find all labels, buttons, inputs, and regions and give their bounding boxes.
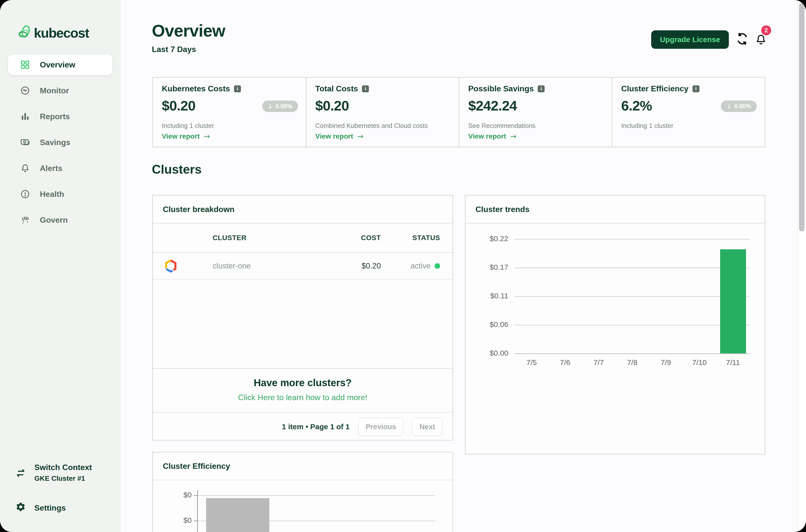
sidebar-item-label: Monitor bbox=[40, 86, 69, 95]
table-row[interactable]: cluster-one $0.20 active bbox=[153, 253, 452, 280]
page-title: Overview bbox=[152, 21, 225, 40]
column-header-cluster[interactable]: CLUSTER bbox=[212, 234, 321, 242]
switch-context-value: GKE Cluster #1 bbox=[34, 475, 92, 482]
banknote-icon bbox=[20, 137, 30, 148]
info-icon[interactable]: i bbox=[538, 86, 545, 92]
sidebar-item-govern[interactable]: Govern bbox=[8, 210, 113, 230]
gridline bbox=[515, 325, 750, 325]
next-button[interactable]: Next bbox=[412, 418, 443, 436]
sidebar-item-overview[interactable]: Overview bbox=[8, 54, 113, 75]
x-tick-label: 7/5 bbox=[516, 358, 547, 367]
info-icon[interactable]: i bbox=[362, 86, 369, 92]
stat-cards-row: Kubernetes Costs i $0.20 ↓ 0.00% Includi… bbox=[152, 77, 765, 147]
y-tick-label: $0.11 bbox=[466, 292, 508, 300]
x-tick-label: 7/9 bbox=[650, 358, 682, 367]
cluster-trends-title: Cluster trends bbox=[466, 195, 765, 224]
stat-card-possible-savings: Possible Savings i $242.24 See Recommend… bbox=[459, 78, 612, 147]
y-tick-label: $0.00 bbox=[466, 349, 508, 357]
switch-context[interactable]: Switch Context GKE Cluster #1 bbox=[15, 463, 92, 482]
kubecost-wordmark: kubecost bbox=[34, 25, 89, 41]
view-report-link[interactable]: View report → bbox=[315, 132, 363, 140]
app-window: kubecost Overview Mo bbox=[0, 0, 806, 532]
down-arrow-icon: ↓ bbox=[726, 102, 732, 110]
right-arrow-icon: → bbox=[510, 132, 516, 140]
switch-context-label: Switch Context bbox=[34, 463, 92, 472]
sidebar-item-reports[interactable]: Reports bbox=[8, 106, 113, 127]
previous-button[interactable]: Previous bbox=[358, 418, 404, 436]
gridline bbox=[515, 296, 750, 297]
sidebar-item-monitor[interactable]: Monitor bbox=[8, 80, 113, 101]
info-icon[interactable]: i bbox=[234, 86, 241, 92]
settings-label: Settings bbox=[34, 504, 66, 513]
cta-title: Have more clusters? bbox=[153, 377, 452, 388]
cluster-efficiency-card: Cluster Efficiency $0 $0 bbox=[152, 452, 453, 532]
gridline bbox=[515, 353, 750, 354]
sidebar-item-label: Govern bbox=[40, 215, 68, 225]
sidebar-item-label: Reports bbox=[40, 112, 70, 121]
y-tick-label: $0.06 bbox=[466, 320, 508, 329]
column-header-cost[interactable]: COST bbox=[321, 234, 381, 242]
y-axis-line bbox=[197, 490, 198, 532]
sidebar-item-alerts[interactable]: Alerts bbox=[8, 158, 113, 179]
bell-icon bbox=[20, 163, 30, 173]
trend-bar bbox=[720, 249, 746, 353]
bar-chart-icon bbox=[20, 111, 30, 122]
y-tick-label: $0 bbox=[153, 491, 192, 499]
stat-card-title: Total Costs i bbox=[315, 84, 369, 93]
pagination-summary: 1 item • Page 1 of 1 bbox=[282, 422, 350, 431]
sidebar-item-label: Alerts bbox=[40, 164, 62, 173]
notification-count-badge[interactable]: 2 bbox=[761, 25, 771, 35]
stat-card-subtitle: Combined Kubernetes and Cloud costs bbox=[315, 122, 428, 130]
scrollbar-track bbox=[798, 0, 806, 532]
efficiency-bar bbox=[206, 498, 269, 532]
sidebar-item-label: Savings bbox=[40, 138, 71, 147]
scrollbar-thumb[interactable] bbox=[799, 3, 805, 231]
cluster-cost: $0.20 bbox=[321, 262, 381, 270]
right-arrow-icon: → bbox=[204, 132, 210, 140]
add-clusters-link[interactable]: Click Here to learn how to add more! bbox=[153, 393, 452, 402]
gcp-logo-icon bbox=[153, 259, 212, 273]
stat-card-value: $0.20 bbox=[315, 97, 349, 114]
upgrade-license-button[interactable]: Upgrade License bbox=[651, 30, 729, 49]
cluster-efficiency-title: Cluster Efficiency bbox=[153, 452, 452, 480]
status-active-dot bbox=[435, 263, 440, 269]
view-report-link[interactable]: View report → bbox=[468, 132, 516, 140]
gridline bbox=[198, 495, 435, 496]
settings[interactable]: Settings bbox=[15, 502, 66, 514]
delta-badge: ↓ 0.00% bbox=[721, 100, 757, 112]
gridline bbox=[515, 267, 750, 268]
date-range-label: Last 7 Days bbox=[152, 45, 196, 54]
govern-icon bbox=[20, 215, 30, 225]
down-arrow-icon: ↓ bbox=[267, 102, 273, 110]
x-tick-label: 7/8 bbox=[616, 358, 648, 367]
x-tick-label: 7/7 bbox=[583, 358, 615, 367]
swap-arrows-icon bbox=[15, 467, 26, 482]
x-tick-label: 7/6 bbox=[549, 358, 581, 367]
kubecost-logo-icon bbox=[18, 24, 31, 41]
cluster-breakdown-card: Cluster breakdown CLUSTER COST STATUS cl… bbox=[152, 195, 453, 440]
cluster-breakdown-title: Cluster breakdown bbox=[153, 195, 452, 224]
right-arrow-icon: → bbox=[357, 132, 363, 140]
sidebar-item-savings[interactable]: Savings bbox=[8, 132, 113, 153]
y-tick-label: $0.22 bbox=[466, 234, 508, 243]
y-tick bbox=[194, 520, 198, 521]
efficiency-chart-area: $0 $0 bbox=[153, 480, 452, 532]
gridline bbox=[515, 239, 750, 240]
grid-icon bbox=[20, 59, 30, 70]
sidebar-item-health[interactable]: Health bbox=[8, 184, 113, 205]
alert-circle-icon bbox=[20, 189, 30, 199]
table-header-row: CLUSTER COST STATUS bbox=[153, 224, 452, 253]
sidebar-item-label: Overview bbox=[40, 60, 75, 70]
x-tick-label: 7/10 bbox=[683, 358, 715, 367]
gear-icon bbox=[15, 502, 26, 514]
kubecost-logo[interactable]: kubecost bbox=[18, 24, 89, 41]
column-header-status[interactable]: STATUS bbox=[381, 234, 440, 242]
view-report-link[interactable]: View report → bbox=[162, 132, 210, 140]
stat-card-value: 6.2% bbox=[621, 97, 652, 114]
stat-card-cluster-efficiency: Cluster Efficiency i 6.2% ↓ 0.00% Includ… bbox=[612, 78, 765, 147]
refresh-icon[interactable] bbox=[735, 32, 749, 46]
cluster-name: cluster-one bbox=[212, 262, 321, 270]
more-clusters-cta: Have more clusters? Click Here to learn … bbox=[153, 369, 452, 413]
x-tick-label: 7/11 bbox=[717, 358, 749, 367]
info-icon[interactable]: i bbox=[693, 86, 699, 92]
